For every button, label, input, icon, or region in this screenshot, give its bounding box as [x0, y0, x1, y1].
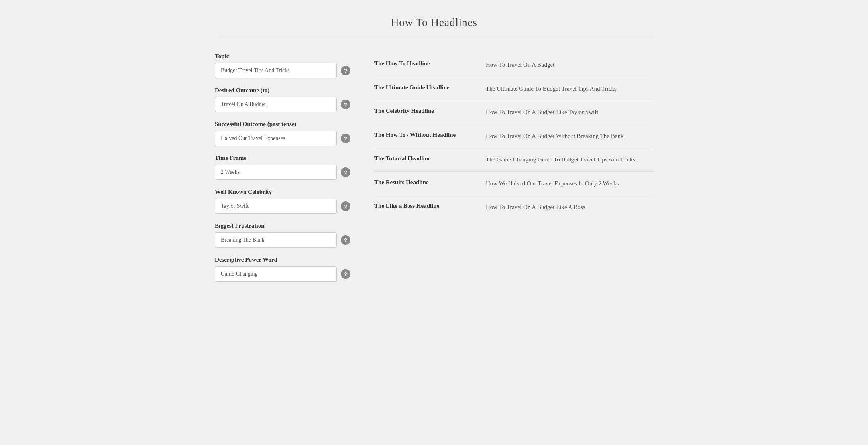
headline-value-3: How To Travel On A Budget Without Breaki… [486, 124, 653, 148]
field-label-power-word: Descriptive Power Word [215, 256, 350, 263]
help-icon-power-word[interactable]: ? [341, 269, 350, 279]
headline-row: The Like a Boss HeadlineHow To Travel On… [374, 195, 653, 219]
headline-row: The How To / Without HeadlineHow To Trav… [374, 124, 653, 148]
field-label-time-frame: Time Frame [215, 155, 350, 161]
headline-value-6: How To Travel On A Budget Like A Boss [486, 195, 653, 219]
field-row-celebrity: ? [215, 199, 350, 214]
headline-value-0: How To Travel On A Budget [486, 53, 653, 77]
field-row-successful-outcome: ? [215, 131, 350, 146]
field-input-successful-outcome[interactable] [215, 131, 337, 146]
field-group-successful-outcome: Successful Outcome (past tense)? [215, 121, 350, 146]
headline-value-1: The Ultimate Guide To Budget Travel Tips… [486, 77, 653, 100]
field-row-frustration: ? [215, 232, 350, 248]
headline-value-2: How To Travel On A Budget Like Taylor Sw… [486, 100, 653, 124]
headline-row: The Tutorial HeadlineThe Game-Changing G… [374, 148, 653, 172]
headline-type-4: The Tutorial Headline [374, 148, 486, 172]
headline-type-1: The Ultimate Guide Headline [374, 77, 486, 100]
help-icon-time-frame[interactable]: ? [341, 167, 350, 177]
field-group-topic: Topic? [215, 53, 350, 78]
page-title: How To Headlines [215, 16, 653, 29]
headline-value-4: The Game-Changing Guide To Budget Travel… [486, 148, 653, 172]
field-group-celebrity: Well Known Celebrity? [215, 189, 350, 214]
help-icon-celebrity[interactable]: ? [341, 201, 350, 211]
headline-row: The How To HeadlineHow To Travel On A Bu… [374, 53, 653, 77]
help-icon-desired-outcome[interactable]: ? [341, 100, 350, 109]
field-input-topic[interactable] [215, 63, 337, 78]
help-icon-topic[interactable]: ? [341, 66, 350, 75]
field-input-celebrity[interactable] [215, 199, 337, 214]
field-group-frustration: Biggest Frustration? [215, 222, 350, 248]
headline-type-6: The Like a Boss Headline [374, 195, 486, 219]
headline-type-5: The Results Headline [374, 171, 486, 195]
headline-type-3: The How To / Without Headline [374, 124, 486, 148]
field-group-desired-outcome: Desired Outcome (to)? [215, 87, 350, 112]
field-group-power-word: Descriptive Power Word? [215, 256, 350, 282]
field-row-power-word: ? [215, 266, 350, 282]
headline-value-5: How We Halved Our Travel Expenses In Onl… [486, 171, 653, 195]
headline-row: The Results HeadlineHow We Halved Our Tr… [374, 171, 653, 195]
field-label-successful-outcome: Successful Outcome (past tense) [215, 121, 350, 128]
divider [215, 37, 653, 37]
field-label-desired-outcome: Desired Outcome (to) [215, 87, 350, 94]
help-icon-frustration[interactable]: ? [341, 235, 350, 245]
left-panel: Topic?Desired Outcome (to)?Successful Ou… [215, 53, 350, 290]
field-group-time-frame: Time Frame? [215, 155, 350, 180]
field-input-power-word[interactable] [215, 266, 337, 282]
field-label-frustration: Biggest Frustration [215, 222, 350, 229]
headline-row: The Ultimate Guide HeadlineThe Ultimate … [374, 77, 653, 100]
field-input-time-frame[interactable] [215, 165, 337, 180]
headline-row: The Celebrity HeadlineHow To Travel On A… [374, 100, 653, 124]
help-icon-successful-outcome[interactable]: ? [341, 134, 350, 143]
headline-type-2: The Celebrity Headline [374, 100, 486, 124]
main-layout: Topic?Desired Outcome (to)?Successful Ou… [215, 53, 653, 290]
field-label-topic: Topic [215, 53, 350, 60]
page-container: How To Headlines Topic?Desired Outcome (… [215, 16, 653, 290]
field-input-frustration[interactable] [215, 232, 337, 248]
field-label-celebrity: Well Known Celebrity [215, 189, 350, 195]
field-row-topic: ? [215, 63, 350, 78]
field-row-desired-outcome: ? [215, 97, 350, 112]
headline-table: The How To HeadlineHow To Travel On A Bu… [374, 53, 653, 219]
field-input-desired-outcome[interactable] [215, 97, 337, 112]
field-row-time-frame: ? [215, 165, 350, 180]
headline-type-0: The How To Headline [374, 53, 486, 77]
right-panel: The How To HeadlineHow To Travel On A Bu… [374, 53, 653, 219]
